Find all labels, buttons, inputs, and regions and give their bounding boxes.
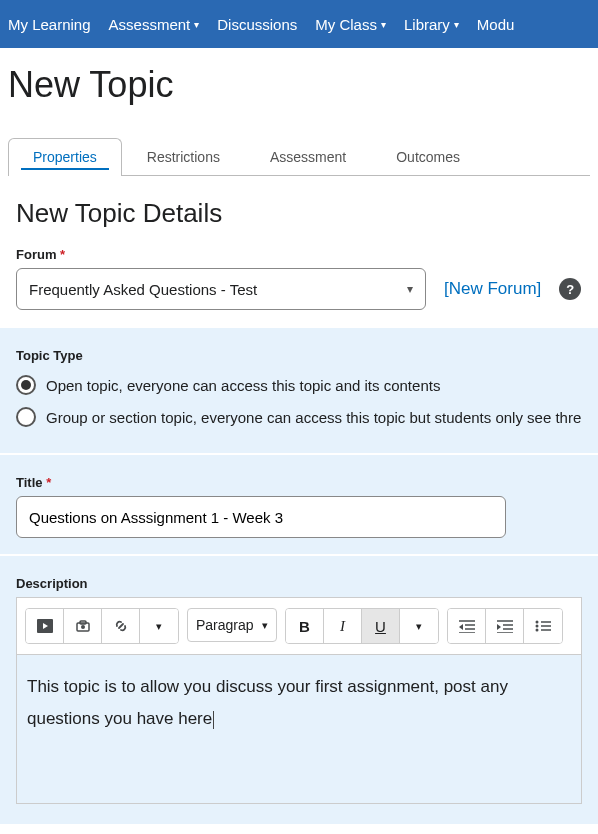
topic-type-group-label: Group or section topic, everyone can acc… (46, 409, 581, 426)
tab-assessment[interactable]: Assessment (245, 138, 371, 175)
topic-type-section: Topic Type Open topic, everyone can acce… (0, 328, 598, 453)
top-nav: My Learning Assessment▾ Discussions My C… (0, 0, 598, 48)
outdent-button[interactable] (448, 609, 486, 643)
description-label: Description (0, 570, 598, 597)
editor-toolbar: ▾ Paragrap ▾ B I U ▾ (16, 597, 582, 654)
topic-type-open-label: Open topic, everyone can access this top… (46, 377, 440, 394)
tab-properties[interactable]: Properties (8, 138, 122, 176)
description-section: Description ▾ Paragrap ▾ B I (0, 556, 598, 824)
chevron-down-icon: ▾ (381, 19, 386, 30)
chevron-down-icon: ▾ (194, 19, 199, 30)
nav-library[interactable]: Library▾ (404, 16, 459, 33)
new-forum-link[interactable]: [New Forum] (444, 279, 541, 299)
bold-button[interactable]: B (286, 609, 324, 643)
italic-button[interactable]: I (324, 609, 362, 643)
insert-media-button[interactable] (26, 609, 64, 643)
details-heading: New Topic Details (0, 176, 598, 241)
radio-icon (16, 375, 36, 395)
svg-marker-9 (459, 624, 463, 630)
chevron-down-icon: ▾ (416, 620, 422, 633)
forum-label: Forum * (0, 241, 598, 268)
chevron-down-icon: ▾ (407, 282, 413, 296)
radio-icon (16, 407, 36, 427)
description-editor[interactable]: This topic is to allow you discuss your … (16, 654, 582, 804)
topic-type-label: Topic Type (0, 342, 598, 369)
nav-my-learning[interactable]: My Learning (8, 16, 91, 33)
nav-assessment[interactable]: Assessment▾ (109, 16, 200, 33)
svg-point-4 (81, 625, 85, 629)
description-text: This topic is to allow you discuss your … (27, 677, 508, 728)
paragraph-style-select[interactable]: Paragrap ▾ (187, 608, 277, 642)
chevron-down-icon: ▾ (156, 620, 162, 633)
chevron-down-icon: ▾ (454, 19, 459, 30)
chevron-down-icon: ▾ (262, 619, 268, 632)
underline-button[interactable]: U (362, 609, 400, 643)
text-cursor (213, 711, 214, 729)
svg-point-16 (536, 625, 539, 628)
tab-restrictions[interactable]: Restrictions (122, 138, 245, 175)
forum-select[interactable]: Frequently Asked Questions - Test ▾ (16, 268, 426, 310)
indent-button[interactable] (486, 609, 524, 643)
svg-point-15 (536, 621, 539, 624)
topic-type-open[interactable]: Open topic, everyone can access this top… (0, 369, 598, 401)
page-title: New Topic (0, 48, 598, 130)
nav-my-class[interactable]: My Class▾ (315, 16, 386, 33)
help-icon[interactable]: ? (559, 278, 581, 300)
title-label: Title * (0, 469, 598, 496)
nav-discussions[interactable]: Discussions (217, 16, 297, 33)
tab-outcomes[interactable]: Outcomes (371, 138, 485, 175)
bullet-list-button[interactable] (524, 609, 562, 643)
insert-image-button[interactable] (64, 609, 102, 643)
tab-bar: Properties Restrictions Assessment Outco… (8, 130, 590, 176)
svg-point-17 (536, 629, 539, 632)
topic-type-group[interactable]: Group or section topic, everyone can acc… (0, 401, 598, 433)
nav-modules[interactable]: Modu (477, 16, 515, 33)
title-input[interactable] (16, 496, 506, 538)
format-more-button[interactable]: ▾ (400, 609, 438, 643)
svg-marker-14 (497, 624, 501, 630)
forum-select-value: Frequently Asked Questions - Test (29, 281, 257, 298)
title-section: Title * (0, 455, 598, 554)
insert-link-button[interactable] (102, 609, 140, 643)
insert-more-button[interactable]: ▾ (140, 609, 178, 643)
